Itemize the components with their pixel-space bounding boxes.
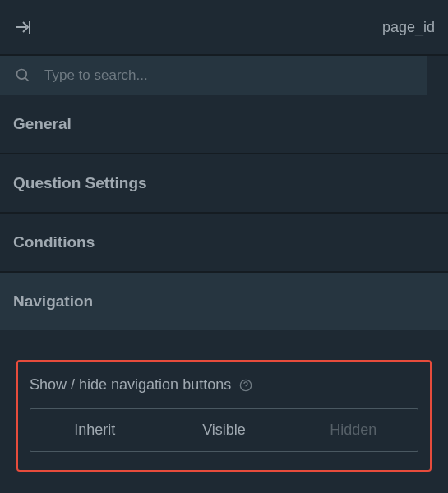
- section-general[interactable]: General: [0, 95, 448, 154]
- toggle-option-hidden[interactable]: Hidden: [289, 409, 418, 451]
- navigation-buttons-toggle-group: Inherit Visible Hidden: [30, 408, 418, 452]
- search-input[interactable]: [0, 56, 427, 95]
- section-title-question-settings: Question Settings: [13, 174, 435, 192]
- page-id-label: page_id: [382, 19, 435, 36]
- navigation-buttons-setting: Show / hide navigation buttons Inherit V…: [16, 360, 432, 472]
- collapse-right-icon[interactable]: [13, 17, 33, 37]
- search-icon: [15, 67, 31, 84]
- search-container: [0, 56, 427, 95]
- section-conditions[interactable]: Conditions: [0, 214, 448, 273]
- section-navigation[interactable]: Navigation: [0, 273, 448, 330]
- setting-label-row: Show / hide navigation buttons: [30, 376, 418, 394]
- section-question-settings[interactable]: Question Settings: [0, 154, 448, 214]
- section-title-general: General: [13, 115, 435, 133]
- toggle-option-inherit[interactable]: Inherit: [30, 409, 159, 451]
- header: page_id: [0, 0, 448, 56]
- svg-point-0: [17, 70, 27, 80]
- help-icon[interactable]: [239, 379, 252, 392]
- section-title-conditions: Conditions: [13, 233, 435, 251]
- spacer: [0, 330, 448, 355]
- setting-label: Show / hide navigation buttons: [30, 376, 231, 394]
- toggle-option-visible[interactable]: Visible: [159, 409, 289, 451]
- section-title-navigation: Navigation: [13, 293, 435, 311]
